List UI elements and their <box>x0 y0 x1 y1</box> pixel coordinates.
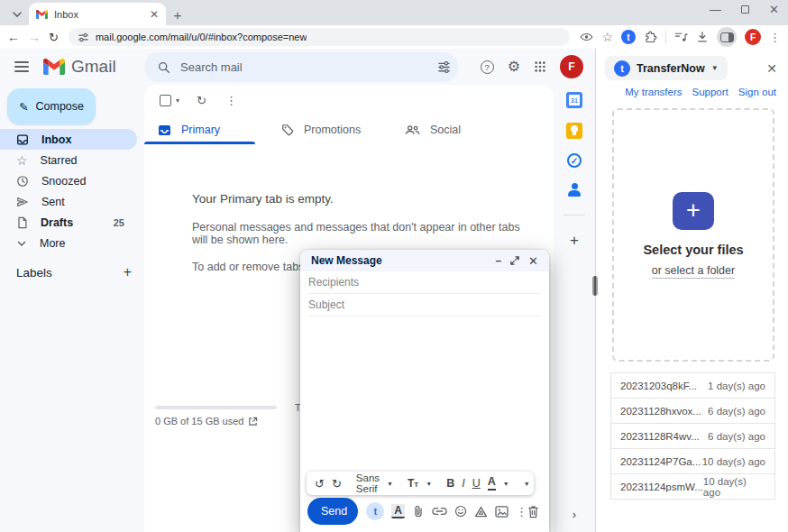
formatting-options-button[interactable]: A <box>391 504 405 518</box>
insert-image-icon[interactable] <box>495 506 509 518</box>
media-controls-icon[interactable] <box>674 32 688 42</box>
sign-out-link[interactable]: Sign out <box>738 87 776 97</box>
search-icon[interactable] <box>157 60 171 75</box>
compose-popout-icon[interactable] <box>510 256 519 265</box>
calendar-icon[interactable]: 31 <box>566 92 582 108</box>
google-apps-grid-icon[interactable] <box>534 60 546 73</box>
underline-button[interactable]: U <box>472 477 481 490</box>
transfer-row[interactable]: 20231128hxvox... 6 day(s) ago <box>610 398 775 424</box>
sidebar-item-drafts[interactable]: Drafts 25 <box>0 212 137 233</box>
compose-close-icon[interactable]: ✕ <box>528 254 538 268</box>
sidebar-item-more[interactable]: More <box>0 233 137 253</box>
window-close-button[interactable]: ✕ <box>769 3 779 16</box>
insert-link-icon[interactable] <box>432 507 447 516</box>
tab-promotions[interactable]: Promotions <box>268 115 391 144</box>
file-dropzone[interactable]: + Select your files or select a folder <box>612 108 774 362</box>
reload-button[interactable]: ↻ <box>49 31 59 44</box>
compose-header[interactable]: New Message – ✕ <box>300 250 549 271</box>
insert-emoji-icon[interactable] <box>454 505 467 518</box>
chevron-down-icon <box>16 238 27 249</box>
contacts-icon[interactable] <box>566 182 582 198</box>
back-button[interactable]: ← <box>7 30 20 44</box>
panel-resize-handle[interactable] <box>592 276 598 296</box>
inbox-tabs: Primary Promotions Social <box>144 115 554 144</box>
sidebar-item-snoozed[interactable]: Snoozed <box>0 170 137 191</box>
sidebar-item-sent[interactable]: Sent <box>0 191 137 212</box>
tab-close-icon[interactable]: ✕ <box>150 8 159 21</box>
size-caret-icon[interactable]: ▼ <box>426 481 432 487</box>
send-button[interactable]: Send <box>307 498 358 525</box>
transfer-row[interactable]: 20231124P7Ga... 10 day(s) ago <box>610 448 775 474</box>
message-body-field[interactable] <box>300 316 549 452</box>
storage-progress-bar <box>155 406 277 409</box>
side-panel-title-dropdown[interactable]: t TransferNow ▼ <box>605 56 728 80</box>
font-select[interactable]: Sans Serif <box>356 472 380 494</box>
gmail-profile-avatar[interactable]: F <box>560 55 583 78</box>
hide-panel-chevron-icon[interactable]: › <box>573 508 576 521</box>
browser-menu-icon[interactable]: ⋮ <box>769 31 781 44</box>
tab-search-button[interactable] <box>5 4 29 25</box>
window-maximize-button[interactable] <box>741 5 749 14</box>
undo-icon[interactable]: ↺ <box>315 477 325 491</box>
select-all-checkbox[interactable] <box>160 95 171 106</box>
downloads-icon[interactable] <box>696 31 709 43</box>
tab-social[interactable]: Social <box>391 115 515 144</box>
browser-profile-avatar[interactable]: F <box>745 29 761 45</box>
more-formatting-icon[interactable]: ▼ <box>524 481 530 487</box>
side-panel-close-icon[interactable]: ✕ <box>766 61 777 76</box>
recipients-field[interactable]: Recipients <box>308 271 541 294</box>
window-minimize-button[interactable]: — <box>710 3 721 16</box>
bold-button[interactable]: B <box>446 477 454 490</box>
side-panel-toggle-button[interactable] <box>717 27 737 47</box>
send-button-group[interactable]: Send ▼ <box>307 498 358 525</box>
transfernow-extension-icon[interactable]: t <box>621 30 636 44</box>
eye-icon[interactable] <box>580 32 593 42</box>
main-menu-icon[interactable] <box>14 61 29 72</box>
transfer-row[interactable]: 20231128R4wv... 6 day(s) ago <box>610 423 775 449</box>
tab-primary[interactable]: Primary <box>144 115 268 144</box>
keep-icon[interactable] <box>566 123 582 139</box>
drive-icon[interactable] <box>474 506 488 518</box>
transfer-row[interactable]: 20231203q8kF... 1 day(s) ago <box>610 372 775 399</box>
extensions-puzzle-icon[interactable] <box>644 31 657 44</box>
select-dropdown-icon[interactable]: ▾ <box>176 96 179 105</box>
external-link-icon[interactable] <box>248 417 258 427</box>
attach-file-icon[interactable] <box>412 505 425 518</box>
transfernow-attach-icon[interactable]: t <box>366 502 384 520</box>
search-filter-icon[interactable] <box>437 60 451 74</box>
text-color-button[interactable]: A <box>488 476 496 491</box>
new-tab-button[interactable]: + <box>166 4 189 25</box>
storage-usage-text: 0 GB of 15 GB used <box>155 416 243 427</box>
settings-gear-icon[interactable]: ⚙ <box>508 60 520 74</box>
create-label-button[interactable]: + <box>124 264 132 280</box>
color-caret-icon[interactable]: ▼ <box>503 481 509 487</box>
help-icon[interactable]: ? <box>481 60 494 74</box>
forward-button[interactable]: → <box>28 30 41 44</box>
subject-field[interactable]: Subject <box>308 294 541 316</box>
site-info-icon[interactable] <box>78 32 89 43</box>
compose-button[interactable]: ✎ Compose <box>7 88 96 124</box>
search-input[interactable]: Search mail <box>144 52 458 82</box>
discard-draft-icon[interactable] <box>527 505 539 518</box>
tasks-icon[interactable]: ✓ <box>567 153 582 168</box>
transfer-row[interactable]: 20231124psmW... 10 day(s) ago <box>610 473 775 500</box>
text-size-icon[interactable]: TT <box>408 477 418 490</box>
get-addons-button[interactable]: + <box>570 232 579 250</box>
add-files-button[interactable]: + <box>673 192 714 230</box>
font-caret-icon[interactable]: ▼ <box>387 481 393 487</box>
address-bar[interactable]: mail.google.com/mail/u/0/#inbox?compose=… <box>69 28 571 46</box>
select-folder-link[interactable]: or select a folder <box>652 264 735 279</box>
refresh-icon[interactable]: ↻ <box>197 94 206 107</box>
formatting-toolbar: ↺ ↻ Sans Serif ▼ TT ▼ B I U A ▼ ▼ <box>307 472 534 495</box>
bookmark-star-icon[interactable]: ☆ <box>601 30 613 44</box>
my-transfers-link[interactable]: My transfers <box>625 87 682 97</box>
support-link[interactable]: Support <box>692 87 728 97</box>
sidebar-item-inbox[interactable]: Inbox <box>0 129 137 150</box>
more-options-icon[interactable]: ⋮ <box>225 94 237 107</box>
more-send-options-icon[interactable]: ⋮ <box>516 505 527 518</box>
compose-minimize-icon[interactable]: – <box>495 254 501 267</box>
browser-tab[interactable]: Inbox ✕ <box>29 3 166 25</box>
italic-button[interactable]: I <box>462 477 464 490</box>
sidebar-item-starred[interactable]: ☆ Starred <box>0 150 137 170</box>
redo-icon[interactable]: ↻ <box>332 477 342 491</box>
